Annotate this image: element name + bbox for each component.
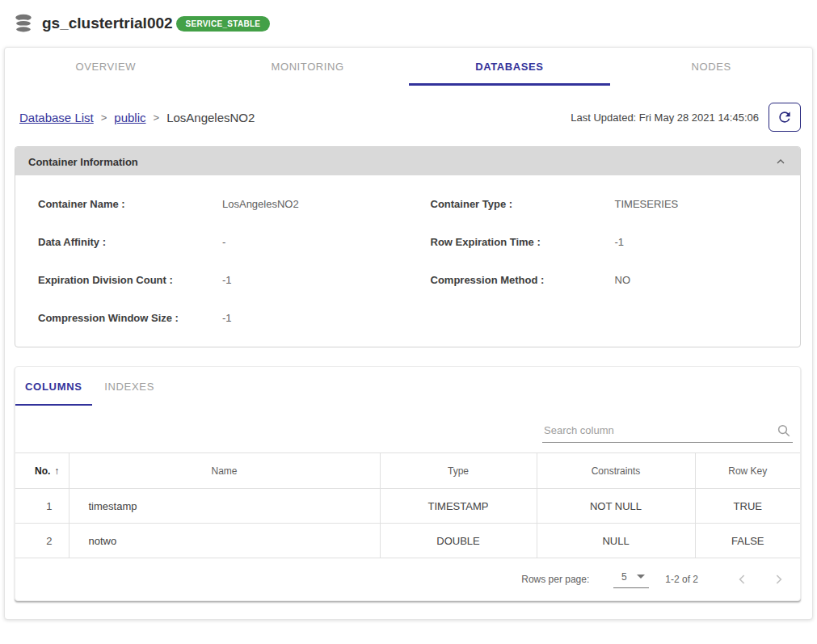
info-field-value: - [222, 236, 225, 248]
info-field: Container Name : LosAngelesNO2 [15, 198, 408, 210]
breadcrumb: Database List > public > LosAngelesNO2 [19, 111, 255, 124]
columns-table: No.↑ Name Type Constraints Row Key 1 tim… [15, 452, 800, 558]
chevron-right-icon [770, 571, 786, 587]
table-row: 1 timestamp TIMESTAMP NOT NULL TRUE [15, 489, 800, 524]
rows-per-page-label: Rows per page: [521, 574, 589, 585]
cell-name: timestamp [69, 489, 380, 524]
info-field: Expiration Division Count : -1 [15, 274, 408, 286]
cell-type: TIMESTAMP [380, 489, 537, 524]
last-updated-group: Last Updated: Fri May 28 2021 14:45:06 [571, 103, 801, 132]
col-header-type[interactable]: Type [380, 453, 537, 489]
app-header: gs_clustertrial002 SERVICE_STABLE [0, 0, 817, 47]
breadcrumb-separator: > [101, 112, 107, 124]
cell-rowkey: FALSE [695, 524, 800, 558]
service-status-badge: SERVICE_STABLE [176, 16, 271, 32]
breadcrumb-link-public[interactable]: public [114, 111, 145, 124]
refresh-button[interactable] [769, 103, 801, 132]
next-page-button[interactable] [764, 566, 792, 593]
cell-no: 1 [15, 489, 69, 524]
cell-constraints: NOT NULL [537, 489, 695, 524]
breadcrumb-row: Database List > public > LosAngelesNO2 L… [5, 85, 812, 145]
search-column-input[interactable] [542, 421, 793, 443]
refresh-icon [777, 109, 793, 125]
info-field-value: -1 [222, 274, 232, 286]
columns-card: COLUMNS INDEXES No.↑ Name Type Co [15, 366, 801, 601]
info-field-value: -1 [615, 236, 625, 248]
breadcrumb-separator: > [154, 112, 160, 124]
info-field-label: Row Expiration Time : [431, 236, 615, 248]
container-info-panel: Container Information Container Name : L… [15, 146, 801, 347]
rows-per-page-value: 5 [621, 571, 627, 583]
search-box [542, 421, 793, 443]
info-field: Container Type : TIMESERIES [408, 198, 801, 210]
cell-rowkey: TRUE [695, 489, 800, 524]
info-field-value: LosAngelesNO2 [222, 198, 299, 210]
table-header-row: No.↑ Name Type Constraints Row Key [15, 453, 800, 489]
columns-tab-bar: COLUMNS INDEXES [15, 367, 800, 406]
info-field-value: -1 [222, 312, 232, 324]
tab-databases[interactable]: DATABASES [409, 48, 611, 85]
chevron-up-icon [774, 155, 787, 168]
rows-per-page-select[interactable]: 5 [613, 571, 649, 588]
container-info-title: Container Information [28, 156, 138, 168]
tab-indexes[interactable]: INDEXES [92, 367, 167, 406]
sort-asc-icon: ↑ [54, 465, 59, 477]
col-header-constraints[interactable]: Constraints [537, 453, 695, 489]
search-row [15, 406, 800, 446]
last-updated-text: Last Updated: Fri May 28 2021 14:45:06 [571, 112, 759, 124]
info-field-label: Expiration Division Count : [38, 274, 222, 286]
page-range-label: 1-2 of 2 [665, 574, 698, 585]
breadcrumb-link-database-list[interactable]: Database List [19, 111, 94, 124]
info-field: Data Affinity : - [15, 236, 408, 248]
database-cluster-icon [13, 13, 34, 34]
container-info-header[interactable]: Container Information [15, 147, 800, 175]
search-icon [777, 423, 791, 438]
info-field-label: Data Affinity : [38, 236, 222, 248]
cell-type: DOUBLE [380, 524, 537, 558]
cell-name: notwo [69, 524, 380, 558]
tab-columns[interactable]: COLUMNS [15, 367, 92, 406]
tab-overview[interactable]: OVERVIEW [5, 48, 207, 85]
col-header-no[interactable]: No.↑ [15, 453, 69, 489]
info-field: Compression Method : NO [408, 274, 801, 286]
info-field-label: Container Name : [38, 198, 222, 210]
info-field-label: Container Type : [431, 198, 615, 210]
chevron-left-icon [735, 571, 751, 587]
info-field-label: Compression Window Size : [38, 312, 222, 324]
pagination-bar: Rows per page: 5 1-2 of 2 [15, 558, 800, 600]
cluster-name: gs_clustertrial002 [42, 15, 173, 32]
info-field-value: TIMESERIES [615, 198, 679, 210]
info-field-value: NO [615, 274, 631, 286]
tab-nodes[interactable]: NODES [610, 48, 812, 85]
caret-down-icon [637, 575, 645, 579]
cell-no: 2 [15, 524, 69, 558]
container-info-body: Container Name : LosAngelesNO2 Container… [15, 175, 800, 347]
info-field-label: Compression Method : [431, 274, 615, 286]
tab-monitoring[interactable]: MONITORING [207, 48, 409, 85]
table-row: 2 notwo DOUBLE NULL FALSE [15, 524, 800, 558]
col-header-name[interactable]: Name [69, 453, 380, 489]
cell-constraints: NULL [537, 524, 695, 558]
prev-page-button[interactable] [729, 566, 756, 593]
main-card: OVERVIEW MONITORING DATABASES NODES Data… [4, 47, 813, 620]
breadcrumb-current-container: LosAngelesNO2 [166, 111, 255, 124]
main-tab-bar: OVERVIEW MONITORING DATABASES NODES [5, 48, 812, 85]
col-header-rowkey[interactable]: Row Key [695, 453, 800, 489]
info-field: Row Expiration Time : -1 [408, 236, 801, 248]
info-field: Compression Window Size : -1 [15, 312, 408, 324]
